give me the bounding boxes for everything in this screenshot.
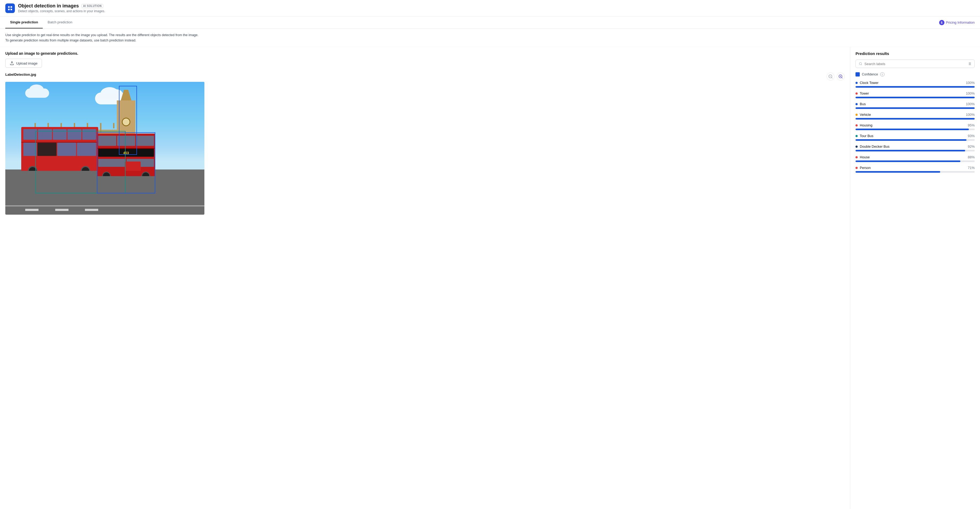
- result-bar-fill: [856, 139, 966, 141]
- svg-rect-0: [8, 6, 10, 8]
- result-name: Person: [860, 166, 968, 170]
- svg-line-13: [861, 64, 862, 65]
- result-name: Tour Bus: [860, 134, 968, 138]
- bus1: [21, 127, 98, 171]
- zoom-in-button[interactable]: [837, 73, 845, 80]
- search-bar: [856, 59, 975, 68]
- result-bar-bg: [856, 97, 975, 98]
- description-line1: Use single prediction to get real-time r…: [5, 32, 975, 38]
- result-dot: [856, 82, 858, 84]
- app-icon: [5, 3, 15, 13]
- result-bar-fill: [856, 118, 975, 120]
- result-item: Bus 100%: [856, 102, 975, 109]
- result-bar-fill: [856, 150, 965, 152]
- right-panel: Prediction results Confidence i Clock To…: [850, 47, 980, 509]
- result-bar-fill: [856, 107, 975, 109]
- tab-batch-prediction[interactable]: Batch prediction: [43, 16, 77, 29]
- result-pct: 95%: [968, 123, 975, 127]
- upload-icon: [10, 61, 14, 65]
- result-bar-bg: [856, 171, 975, 173]
- tab-single-prediction[interactable]: Single prediction: [5, 16, 43, 29]
- road: [5, 169, 204, 215]
- main-area: Upload an image to generate predictions.…: [0, 47, 980, 509]
- svg-rect-1: [11, 6, 12, 8]
- result-item: Tower 100%: [856, 91, 975, 98]
- result-pct: 71%: [968, 166, 975, 170]
- image-filename: LabelDetection.jpg: [5, 73, 36, 77]
- results-title: Prediction results: [856, 51, 975, 56]
- result-name: Vehicle: [860, 113, 966, 116]
- tabs-container: Single prediction Batch prediction: [5, 16, 77, 29]
- image-container: 453: [5, 82, 845, 215]
- pricing-label: Pricing Information: [946, 21, 975, 24]
- scene-image: 453: [5, 82, 204, 215]
- result-pct: 100%: [966, 81, 975, 85]
- result-bar-fill: [856, 86, 975, 88]
- results-list: Clock Tower 100% Tower 100% Bus 100% Veh…: [856, 81, 975, 173]
- description-bar: Use single prediction to get real-time r…: [0, 29, 980, 47]
- result-bar-bg: [856, 118, 975, 120]
- result-dot: [856, 145, 858, 148]
- app-header: Object detection in images AI SOLUTION D…: [0, 0, 980, 16]
- result-pct: 100%: [966, 113, 975, 116]
- search-icon: [859, 62, 862, 65]
- upload-button[interactable]: Upload image: [5, 59, 42, 68]
- svg-rect-2: [8, 8, 10, 10]
- result-dot: [856, 114, 858, 116]
- confidence-label: Confidence: [862, 73, 878, 76]
- result-item: Person 71%: [856, 166, 975, 173]
- app-title: Object detection in images: [18, 3, 79, 9]
- app-description: Detect objects, concepts, scenes, and ac…: [18, 9, 105, 13]
- result-dot: [856, 124, 858, 126]
- ai-badge: AI SOLUTION: [81, 4, 103, 8]
- cloud2: [25, 88, 49, 98]
- result-bar-bg: [856, 160, 975, 162]
- result-name: Double Decker Bus: [860, 145, 968, 148]
- image-area: LabelDetection.jpg: [5, 73, 845, 215]
- result-bar-bg: [856, 139, 975, 141]
- upload-button-label: Upload image: [16, 61, 37, 65]
- filter-icon[interactable]: [967, 62, 971, 66]
- result-dot: [856, 135, 858, 137]
- result-item: Vehicle 100%: [856, 113, 975, 120]
- search-labels-input[interactable]: [864, 62, 966, 66]
- svg-point-12: [859, 62, 862, 65]
- result-pct: 92%: [968, 145, 975, 148]
- zoom-out-button[interactable]: [827, 73, 835, 80]
- result-dot: [856, 93, 858, 94]
- result-dot: [856, 167, 858, 169]
- confidence-color-box: [856, 72, 860, 77]
- svg-line-9: [842, 77, 842, 78]
- result-pct: 100%: [966, 91, 975, 96]
- car1: [125, 161, 141, 171]
- result-bar-bg: [856, 150, 975, 152]
- result-bar-bg: [856, 129, 975, 130]
- result-bar-fill: [856, 160, 960, 162]
- confidence-legend: Confidence i: [856, 72, 975, 77]
- result-name: Clock Tower: [860, 81, 966, 85]
- pricing-link[interactable]: $ Pricing Information: [939, 17, 975, 28]
- result-item: Housing 95%: [856, 123, 975, 130]
- result-name: Housing: [860, 123, 968, 127]
- zoom-controls: [827, 73, 845, 80]
- svg-line-6: [831, 77, 832, 78]
- result-pct: 88%: [968, 155, 975, 159]
- confidence-info-icon[interactable]: i: [880, 72, 885, 77]
- upload-heading: Upload an image to generate predictions.: [5, 51, 845, 56]
- result-item: Double Decker Bus 92%: [856, 145, 975, 152]
- result-pct: 93%: [968, 134, 975, 138]
- result-name: Tower: [860, 91, 966, 96]
- left-panel: Upload an image to generate predictions.…: [0, 47, 850, 509]
- result-item: Tour Bus 93%: [856, 134, 975, 141]
- pricing-icon: $: [939, 20, 945, 25]
- tabs-row: Single prediction Batch prediction $ Pri…: [0, 16, 980, 29]
- result-name: Bus: [860, 102, 966, 106]
- result-dot: [856, 156, 858, 158]
- result-bar-fill: [856, 97, 975, 98]
- result-pct: 100%: [966, 102, 975, 106]
- result-bar-bg: [856, 107, 975, 109]
- result-item: Clock Tower 100%: [856, 81, 975, 88]
- result-bar-fill: [856, 171, 940, 173]
- description-line2: To generate prediction results from mult…: [5, 38, 975, 43]
- result-bar-fill: [856, 129, 969, 130]
